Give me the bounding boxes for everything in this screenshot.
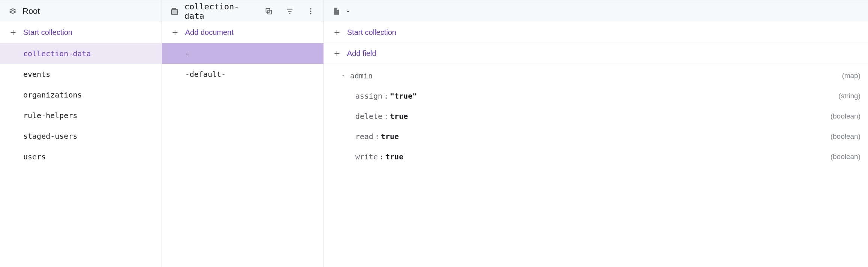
start-collection-label: Start collection — [23, 28, 72, 37]
column-root: Root Start collection collection-dataeve… — [0, 0, 162, 267]
add-document-button[interactable]: Add document — [162, 22, 323, 43]
field-key: delete — [355, 112, 382, 121]
field-value: true — [385, 152, 403, 161]
column-document: - Start collection Add field admin(map)a… — [324, 0, 868, 267]
collection-item[interactable]: users — [0, 146, 162, 167]
collection-item[interactable]: events — [0, 64, 162, 84]
document-item[interactable]: - — [162, 43, 323, 64]
add-document-label: Add document — [185, 28, 233, 37]
column-root-header: Root — [0, 0, 162, 22]
document-icon — [332, 7, 340, 15]
collection-item[interactable]: staged-users — [0, 126, 162, 146]
doc-start-collection-button[interactable]: Start collection — [324, 22, 868, 43]
field-value: true — [390, 92, 417, 100]
document-title[interactable]: - — [332, 6, 864, 16]
plus-icon — [171, 28, 179, 37]
copy-path-button[interactable] — [260, 3, 277, 20]
collection-item[interactable]: organizations — [0, 84, 162, 105]
field-key: admin — [348, 71, 373, 80]
svg-point-2 — [310, 8, 311, 9]
collection-title[interactable]: collection-data — [170, 2, 256, 21]
home-icon — [8, 7, 17, 16]
field-row[interactable]: admin(map) — [324, 66, 868, 86]
field-row[interactable]: assign:true(string) — [324, 86, 868, 106]
collection-icon — [170, 7, 179, 16]
svg-point-4 — [310, 13, 311, 14]
collection-item[interactable]: rule-helpers — [0, 105, 162, 126]
column-document-header: - — [324, 0, 868, 22]
plus-icon — [333, 28, 341, 37]
field-key: write — [355, 152, 378, 161]
add-field-label: Add field — [347, 49, 376, 58]
field-value: true — [381, 132, 399, 141]
field-row[interactable]: delete:true(boolean) — [324, 106, 868, 126]
root-title-text: Root — [22, 6, 40, 16]
field-type: (string) — [838, 92, 861, 100]
field-list: admin(map)assign:true(string)delete:true… — [324, 64, 868, 267]
field-type: (boolean) — [831, 132, 861, 141]
collection-list: collection-dataeventsorganizationsrule-h… — [0, 43, 162, 267]
field-row[interactable]: write:true(boolean) — [324, 147, 868, 167]
overflow-menu-button[interactable] — [302, 3, 319, 20]
filter-button[interactable] — [281, 3, 298, 20]
column-collection-header: collection-data — [162, 0, 323, 22]
plus-icon — [9, 28, 17, 37]
document-item[interactable]: -default- — [162, 64, 323, 84]
field-type: (boolean) — [831, 153, 861, 161]
firestore-data-viewer: Root Start collection collection-dataeve… — [0, 0, 868, 267]
field-type: (boolean) — [831, 112, 861, 120]
collection-title-text: collection-data — [184, 2, 256, 21]
document-title-text: - — [346, 6, 350, 16]
document-list: --default- — [162, 43, 323, 267]
root-title[interactable]: Root — [8, 6, 157, 16]
field-row[interactable]: read:true(boolean) — [324, 126, 868, 147]
collection-item[interactable]: collection-data — [0, 43, 162, 64]
field-type: (map) — [842, 72, 861, 80]
field-key: read — [355, 132, 373, 141]
svg-point-3 — [310, 10, 311, 12]
add-field-button[interactable]: Add field — [324, 43, 868, 64]
field-key: assign — [355, 92, 382, 100]
chevron-down-icon[interactable] — [331, 73, 348, 78]
doc-start-collection-label: Start collection — [347, 28, 396, 37]
field-value: true — [390, 112, 408, 121]
start-collection-button[interactable]: Start collection — [0, 22, 162, 43]
plus-icon — [333, 50, 341, 58]
column-collection: collection-data Add document --default- — [162, 0, 324, 267]
